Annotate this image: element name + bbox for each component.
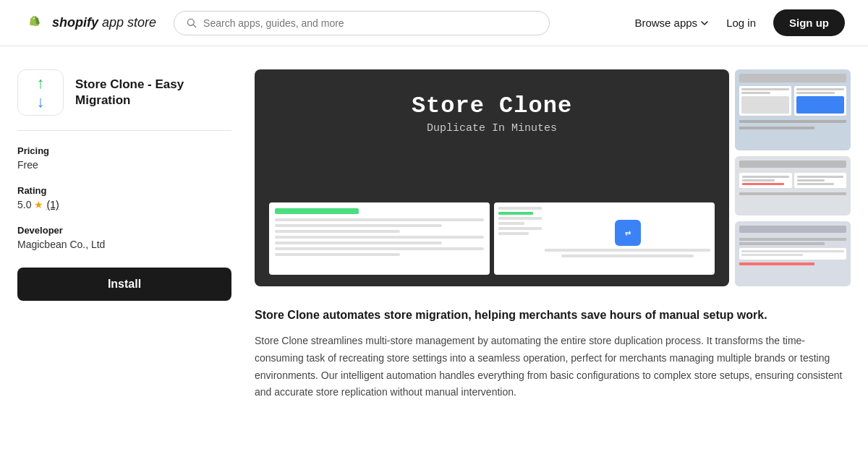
sidebar: ↑ ↓ Store Clone - Easy Migration Pricing…	[17, 69, 231, 401]
arrows-container: ↑ ↓	[37, 74, 45, 111]
main-content: ↑ ↓ Store Clone - Easy Migration Pricing…	[0, 46, 868, 424]
ui-panel-right: ⇄	[494, 202, 715, 275]
content-area: Store Clone Duplicate In Minutes	[255, 69, 851, 401]
chevron-down-icon	[700, 19, 709, 27]
rating-label: Rating	[17, 185, 231, 196]
shopify-logo-icon	[23, 12, 46, 35]
ui-panel-left	[269, 202, 490, 275]
search-icon	[186, 17, 197, 29]
search-input[interactable]	[203, 17, 537, 29]
side-screenshot-2	[735, 156, 851, 216]
side-screenshot-1	[735, 69, 851, 150]
description-body: Store Clone streamlines multi-store mana…	[255, 333, 851, 401]
star-icon: ★	[34, 199, 43, 210]
pricing-label: Pricing	[17, 145, 231, 156]
side-screenshot-3	[735, 221, 851, 286]
rating-row: 5.0 ★ (1)	[17, 199, 231, 210]
main-screenshot-title: Store Clone	[269, 93, 715, 119]
rating-value: 5.0	[17, 199, 31, 210]
pricing-value: Free	[17, 159, 231, 171]
developer-value: Magicbean Co., Ltd	[17, 239, 231, 250]
description-heading: Store Clone automates store migration, h…	[255, 307, 851, 324]
app-icon: ↑ ↓	[17, 69, 64, 116]
browse-apps-button[interactable]: Browse apps	[634, 17, 709, 29]
signup-button[interactable]: Sign up	[773, 9, 845, 36]
main-screenshot: Store Clone Duplicate In Minutes	[255, 69, 729, 286]
main-screenshot-ui: ⇄	[269, 202, 715, 275]
developer-section: Developer Magicbean Co., Ltd	[17, 225, 231, 250]
screenshots-grid: Store Clone Duplicate In Minutes	[255, 69, 851, 286]
app-header-info: ↑ ↓ Store Clone - Easy Migration	[17, 69, 231, 131]
logo-text: shopify app store	[52, 16, 156, 30]
search-bar[interactable]	[174, 11, 550, 35]
rating-link[interactable]: (1)	[46, 199, 59, 210]
header: shopify app store Browse apps Log in Sig…	[0, 0, 868, 46]
install-button[interactable]: Install	[17, 268, 231, 301]
rating-section: Rating 5.0 ★ (1)	[17, 185, 231, 210]
logo[interactable]: shopify app store	[23, 12, 156, 35]
developer-label: Developer	[17, 225, 231, 236]
arrow-down-icon: ↓	[37, 93, 45, 111]
pricing-section: Pricing Free	[17, 145, 231, 171]
app-name: Store Clone - Easy Migration	[75, 77, 231, 108]
svg-line-2	[193, 25, 196, 27]
main-screenshot-subtitle: Duplicate In Minutes	[269, 122, 715, 134]
login-button[interactable]: Log in	[726, 17, 756, 29]
header-nav: Browse apps Log in Sign up	[634, 9, 845, 36]
arrow-up-icon: ↑	[37, 74, 45, 93]
